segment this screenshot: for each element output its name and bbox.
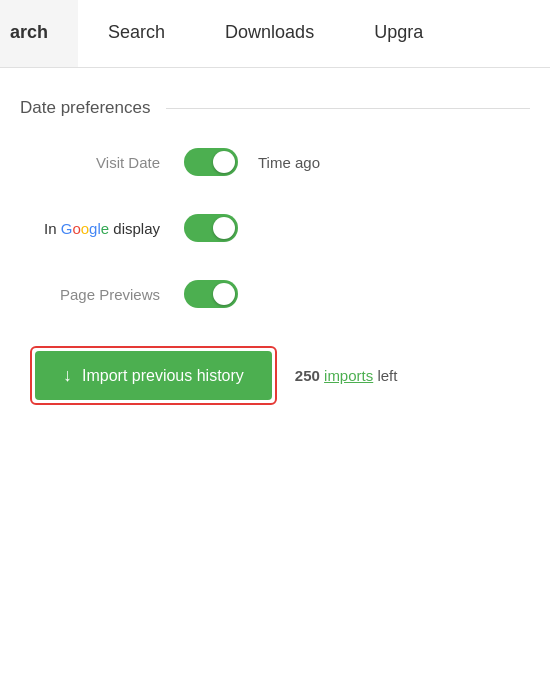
nav-label-search-left: arch bbox=[10, 22, 48, 43]
toggle-row-visit-date: Visit Date Time ago bbox=[20, 148, 530, 176]
imports-left-text: 250 imports left bbox=[295, 367, 398, 384]
toggle-visit-date[interactable] bbox=[184, 148, 238, 176]
import-button-label: Import previous history bbox=[82, 367, 244, 385]
imports-link[interactable]: imports bbox=[324, 367, 373, 384]
section-divider bbox=[166, 108, 530, 109]
nav-item-search-left[interactable]: arch bbox=[0, 0, 78, 67]
toggle-desc-visit-date: Time ago bbox=[258, 154, 320, 171]
import-history-button[interactable]: ↓ Import previous history bbox=[35, 351, 272, 400]
toggle-thumb-visit-date bbox=[213, 151, 235, 173]
toggle-label-google-display: In Google display bbox=[30, 220, 160, 237]
import-area: ↓ Import previous history 250 imports le… bbox=[20, 346, 530, 405]
toggle-google-display[interactable] bbox=[184, 214, 238, 242]
toggle-thumb-google-display bbox=[213, 217, 235, 239]
import-btn-wrapper: ↓ Import previous history bbox=[30, 346, 277, 405]
toggle-row-page-previews: Page Previews bbox=[20, 280, 530, 308]
nav-item-search[interactable]: Search bbox=[78, 0, 195, 67]
content-area: Date preferences Visit Date Time ago In … bbox=[0, 68, 550, 425]
google-o2: o bbox=[81, 220, 89, 237]
nav-label-upgrade: Upgra bbox=[374, 22, 423, 43]
navbar: arch Search Downloads Upgra bbox=[0, 0, 550, 68]
section-header: Date preferences bbox=[20, 98, 530, 118]
nav-item-downloads[interactable]: Downloads bbox=[195, 0, 344, 67]
imports-count: 250 bbox=[295, 367, 320, 384]
nav-label-search: Search bbox=[108, 22, 165, 43]
google-g: G bbox=[61, 220, 73, 237]
nav-label-downloads: Downloads bbox=[225, 22, 314, 43]
toggle-label-page-previews: Page Previews bbox=[30, 286, 160, 303]
import-arrow-icon: ↓ bbox=[63, 365, 72, 386]
section-title: Date preferences bbox=[20, 98, 150, 118]
google-e: e bbox=[101, 220, 109, 237]
imports-suffix: left bbox=[377, 367, 397, 384]
toggle-row-google-display: In Google display bbox=[20, 214, 530, 242]
toggle-label-visit-date: Visit Date bbox=[30, 154, 160, 171]
nav-item-upgrade[interactable]: Upgra bbox=[344, 0, 453, 67]
toggle-page-previews[interactable] bbox=[184, 280, 238, 308]
toggle-thumb-page-previews bbox=[213, 283, 235, 305]
google-o1: o bbox=[72, 220, 80, 237]
